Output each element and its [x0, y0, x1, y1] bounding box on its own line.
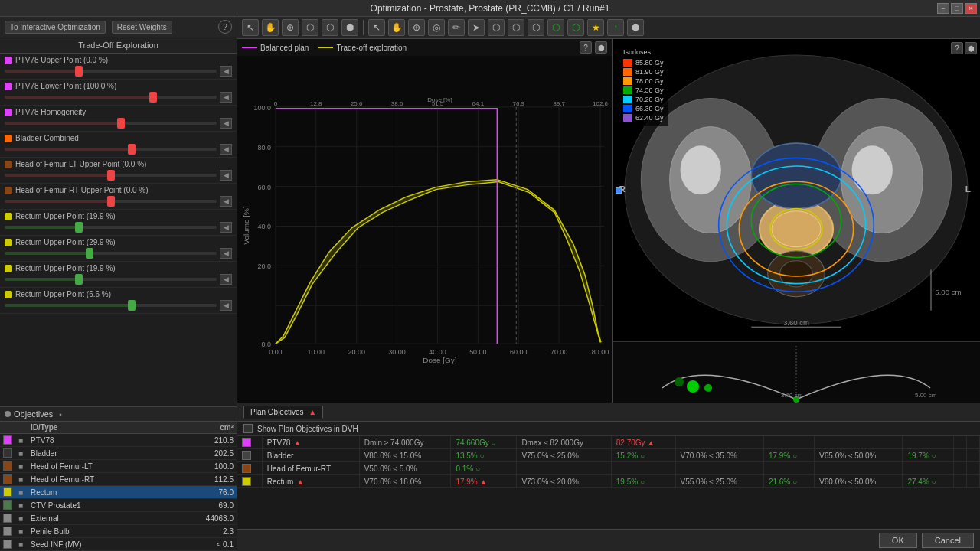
- legend-balanced-line: [242, 47, 257, 48]
- zoom-tool[interactable]: ⊕: [282, 19, 299, 36]
- cancel-button[interactable]: Cancel: [922, 533, 974, 548]
- obj-color-1: [3, 448, 12, 458]
- objectives-row[interactable]: ■CTV Prostate169.0: [0, 499, 237, 512]
- slider-track-1[interactable]: [5, 96, 217, 99]
- select-tool[interactable]: ↖: [242, 19, 259, 36]
- slider-mute-9[interactable]: ◀: [220, 300, 232, 311]
- slider-label-2: PTV78 Homogeneity: [5, 108, 232, 116]
- slider-row-1: PTV78 Lower Point (100.0 %)◀: [0, 80, 237, 106]
- slider-mute-5[interactable]: ◀: [220, 196, 232, 207]
- slider-thumb-9[interactable]: [128, 300, 136, 311]
- minimize-button[interactable]: −: [937, 3, 949, 14]
- tool-a[interactable]: ⬡: [488, 19, 505, 36]
- slider-thumb-1[interactable]: [149, 92, 157, 103]
- measure-tool[interactable]: ⬡: [302, 19, 318, 36]
- slider-mute-3[interactable]: ◀: [220, 144, 232, 155]
- plan-constraint-value-3-1: 19.5% ○: [611, 475, 675, 488]
- slider-thumb-4[interactable]: [107, 170, 115, 181]
- window-level-tool[interactable]: ◎: [428, 19, 445, 36]
- show-in-dvh-checkbox[interactable]: [243, 424, 253, 433]
- ct-bottom-view: 3.60 cm 5.00 cm: [612, 341, 980, 403]
- slider-thumb-2[interactable]: [117, 118, 125, 129]
- slider-mute-6[interactable]: ◀: [220, 222, 232, 233]
- dvh-expand-icon[interactable]: ⬢: [595, 41, 607, 54]
- close-button[interactable]: ✕: [965, 3, 977, 14]
- svg-text:89.7: 89.7: [553, 100, 565, 107]
- ct-bottom-svg: 3.60 cm 5.00 cm: [612, 342, 980, 403]
- plan-objectives-tab[interactable]: Plan Objectives ▲: [243, 406, 323, 419]
- fullscreen-tool-2[interactable]: ⬢: [627, 19, 644, 36]
- ct-expand-icon[interactable]: ⬢: [965, 42, 977, 54]
- ok-button[interactable]: OK: [879, 533, 917, 548]
- ct-help-icon[interactable]: ?: [951, 42, 963, 54]
- tool-e[interactable]: ⬡: [567, 19, 584, 36]
- slider-thumb-6[interactable]: [75, 222, 83, 233]
- slider-track-3[interactable]: [5, 148, 217, 151]
- slider-thumb-0[interactable]: [75, 66, 83, 77]
- slider-label-0: PTV78 Upper Point (0.0 %): [5, 56, 232, 64]
- slider-track-2[interactable]: [5, 122, 217, 125]
- slider-mute-2[interactable]: ◀: [220, 118, 232, 129]
- obj-name-3: Head of Femur-RT: [28, 473, 168, 486]
- slider-mute-4[interactable]: ◀: [220, 170, 232, 181]
- plan-constraint-label-0-3: [815, 436, 903, 449]
- plan-constraint-value-0-1: 82.70Gy ▲: [611, 436, 675, 449]
- dvh-svg: Volume [%] 100.0 80.0 60.0 40.0 20.0 0.0…: [237, 56, 612, 403]
- slider-track-8[interactable]: [5, 278, 217, 281]
- slider-mute-0[interactable]: ◀: [220, 66, 232, 77]
- obj-name-0: PTV78: [28, 434, 168, 447]
- slider-label-6: Rectum Upper Point (19.9 %): [5, 212, 232, 220]
- tool-d[interactable]: ⬡: [547, 19, 564, 36]
- svg-text:5.00 cm: 5.00 cm: [935, 288, 961, 296]
- objectives-row[interactable]: ■Head of Femur-RT112.5: [0, 473, 237, 486]
- objectives-row[interactable]: ■Bladder202.5: [0, 447, 237, 460]
- to-interactive-button[interactable]: To Interactive Optimization: [5, 21, 106, 34]
- up-arrow-tool[interactable]: ↑: [607, 19, 624, 36]
- slider-thumb-7[interactable]: [86, 248, 93, 259]
- tool-c[interactable]: ⬡: [528, 19, 544, 36]
- slider-fill-3: [5, 148, 132, 151]
- slider-track-5[interactable]: [5, 200, 217, 203]
- slider-mute-7[interactable]: ◀: [220, 248, 232, 259]
- plan-constraint-value-2-0: 0.1% ○: [451, 462, 517, 475]
- obj-color-0: [3, 435, 12, 445]
- contour-tool[interactable]: ➤: [468, 19, 485, 36]
- plan-constraint-value-1-2: 17.9% ○: [763, 449, 814, 462]
- objectives-row[interactable]: ■Rectum76.0: [0, 486, 237, 499]
- slider-thumb-3[interactable]: [128, 144, 136, 155]
- objectives-row[interactable]: ■PTV78210.8: [0, 434, 237, 447]
- slider-track-7[interactable]: [5, 252, 217, 255]
- pan-tool[interactable]: ✋: [262, 19, 279, 36]
- plan-constraint-value-1-1: 15.2% ○: [611, 449, 675, 462]
- maximize-button[interactable]: □: [951, 3, 963, 14]
- fullscreen-tool[interactable]: ⬢: [341, 19, 358, 36]
- select-tool-2[interactable]: ↖: [368, 19, 385, 36]
- roi-tool[interactable]: ⬡: [322, 19, 338, 36]
- plan-constraint-value-2-4: [966, 462, 979, 475]
- help-button[interactable]: ?: [218, 20, 232, 34]
- objectives-row[interactable]: ■Head of Femur-LT100.0: [0, 460, 237, 473]
- objectives-row[interactable]: ■External44063.0: [0, 512, 237, 525]
- slider-track-0[interactable]: [5, 70, 217, 73]
- slider-thumb-5[interactable]: [107, 196, 115, 207]
- slider-track-6[interactable]: [5, 226, 217, 229]
- tool-b[interactable]: ⬡: [508, 19, 524, 36]
- reset-weights-button[interactable]: Reset Weights: [112, 21, 172, 34]
- plan-constraint-label-1-3: V65.0% ≤ 50.0%: [815, 449, 903, 462]
- dvh-legend: Balanced plan Trade-off exploration ? ⬢: [237, 39, 612, 56]
- star-tool[interactable]: ★: [587, 19, 604, 36]
- dvh-help-icon[interactable]: ?: [580, 41, 592, 54]
- slider-mute-1[interactable]: ◀: [220, 92, 232, 103]
- ct-slice-indicator[interactable]: [616, 187, 622, 194]
- zoom-tool-2[interactable]: ⊕: [408, 19, 425, 36]
- objectives-row[interactable]: ■Seed INF (MV)< 0.1: [0, 538, 237, 551]
- slider-track-container-7: ◀: [5, 248, 232, 259]
- slider-track-4[interactable]: [5, 174, 217, 177]
- objectives-row[interactable]: ■Penile Bulb2.3: [0, 525, 237, 538]
- slider-thumb-8[interactable]: [75, 274, 83, 285]
- slider-mute-8[interactable]: ◀: [220, 274, 232, 285]
- pan-tool-2[interactable]: ✋: [388, 19, 405, 36]
- slider-track-9[interactable]: [5, 304, 217, 307]
- draw-tool[interactable]: ✏: [448, 19, 465, 36]
- plan-constraint-value-1-4: [966, 449, 979, 462]
